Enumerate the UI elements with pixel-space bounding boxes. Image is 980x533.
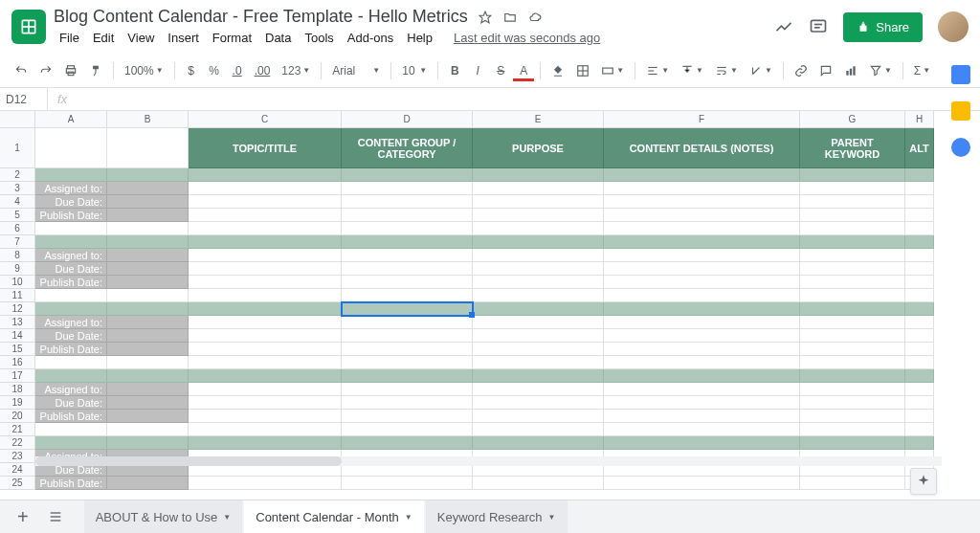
cell-B22[interactable] xyxy=(107,436,189,450)
row-header-3[interactable]: 3 xyxy=(0,182,35,195)
cell-C22[interactable] xyxy=(189,436,342,450)
cell-C6[interactable] xyxy=(189,222,342,235)
cell-C7[interactable] xyxy=(189,235,342,249)
cell-G9[interactable] xyxy=(800,262,905,276)
cell-H15[interactable] xyxy=(905,343,934,356)
cell-E3[interactable] xyxy=(473,182,604,195)
row-header-24[interactable]: 24 xyxy=(0,463,35,477)
cell-F15[interactable] xyxy=(604,343,800,356)
cell-G20[interactable] xyxy=(800,410,905,423)
cell-G11[interactable] xyxy=(800,289,905,302)
cell-E19[interactable] xyxy=(473,396,604,410)
cell-E15[interactable] xyxy=(473,343,604,356)
row-header-14[interactable]: 14 xyxy=(0,329,35,343)
column-header-H[interactable]: H xyxy=(905,111,934,128)
strikethrough-button[interactable]: S xyxy=(490,60,511,81)
cell-H17[interactable] xyxy=(905,369,934,383)
cell-C8[interactable] xyxy=(189,249,342,262)
cell-G15[interactable] xyxy=(800,343,905,356)
cell-A17[interactable] xyxy=(35,369,107,383)
cell-D19[interactable] xyxy=(342,396,473,410)
cell-B7[interactable] xyxy=(107,235,189,249)
menu-format[interactable]: Format xyxy=(207,29,257,47)
menu-insert[interactable]: Insert xyxy=(162,29,205,47)
cell-G10[interactable] xyxy=(800,276,905,289)
cell-A11[interactable] xyxy=(35,289,107,302)
percent-button[interactable]: % xyxy=(204,60,225,81)
cell-A5[interactable]: Publish Date: xyxy=(35,209,107,222)
print-button[interactable] xyxy=(59,60,82,81)
cell-C2[interactable] xyxy=(189,168,342,182)
cell-C5[interactable] xyxy=(189,209,342,222)
column-header-E[interactable]: E xyxy=(473,111,604,128)
cell-D11[interactable] xyxy=(342,289,473,302)
cell-E5[interactable] xyxy=(473,209,604,222)
cell-A8[interactable]: Assigned to: xyxy=(35,249,107,262)
sheet-tab[interactable]: ABOUT & How to Use▼ xyxy=(84,500,243,534)
cell-C18[interactable] xyxy=(189,383,342,396)
row-header-5[interactable]: 5 xyxy=(0,209,35,222)
cell-C16[interactable] xyxy=(189,356,342,369)
cell-D21[interactable] xyxy=(342,423,473,436)
row-header-22[interactable]: 22 xyxy=(0,436,35,450)
comments-icon[interactable] xyxy=(809,17,828,36)
cell-B19[interactable] xyxy=(107,396,189,410)
cell-G12[interactable] xyxy=(800,302,905,316)
cell-H20[interactable] xyxy=(905,410,934,423)
cell-C12[interactable] xyxy=(189,302,342,316)
cell-B16[interactable] xyxy=(107,356,189,369)
cell-G13[interactable] xyxy=(800,316,905,329)
cell-E12[interactable] xyxy=(473,302,604,316)
cell-E13[interactable] xyxy=(473,316,604,329)
comment-button[interactable] xyxy=(814,60,837,81)
cell-F8[interactable] xyxy=(604,249,800,262)
last-edit-link[interactable]: Last edit was seconds ago xyxy=(448,29,606,47)
valign-button[interactable]: ▼ xyxy=(676,60,708,81)
cell-G25[interactable] xyxy=(800,477,905,490)
all-sheets-button[interactable] xyxy=(40,505,71,528)
cell-G19[interactable] xyxy=(800,396,905,410)
cell-C10[interactable] xyxy=(189,276,342,289)
row-header-2[interactable]: 2 xyxy=(0,168,35,182)
text-color-button[interactable]: A xyxy=(513,60,534,81)
cell-G7[interactable] xyxy=(800,235,905,249)
cell-F1[interactable]: CONTENT DETAILS (NOTES) xyxy=(604,128,800,168)
cell-E16[interactable] xyxy=(473,356,604,369)
cell-E8[interactable] xyxy=(473,249,604,262)
cell-H7[interactable] xyxy=(905,235,934,249)
cell-D4[interactable] xyxy=(342,195,473,209)
sheet-tab[interactable]: Keyword Research▼ xyxy=(426,500,568,534)
cell-A15[interactable]: Publish Date: xyxy=(35,343,107,356)
halign-button[interactable]: ▼ xyxy=(641,60,674,81)
cell-H10[interactable] xyxy=(905,276,934,289)
cell-H14[interactable] xyxy=(905,329,934,343)
calendar-icon[interactable] xyxy=(951,65,970,84)
cell-F22[interactable] xyxy=(604,436,800,450)
cell-D7[interactable] xyxy=(342,235,473,249)
cell-C1[interactable]: TOPIC/TITLE xyxy=(189,128,342,168)
cell-H16[interactable] xyxy=(905,356,934,369)
menu-edit[interactable]: Edit xyxy=(87,29,120,47)
rotate-button[interactable]: ▼ xyxy=(745,60,777,81)
cell-B21[interactable] xyxy=(107,423,189,436)
horizontal-scrollbar[interactable] xyxy=(35,456,942,466)
cell-B2[interactable] xyxy=(107,168,189,182)
cell-E4[interactable] xyxy=(473,195,604,209)
cell-E10[interactable] xyxy=(473,276,604,289)
cell-E9[interactable] xyxy=(473,262,604,276)
cell-C21[interactable] xyxy=(189,423,342,436)
cell-C4[interactable] xyxy=(189,195,342,209)
cell-B11[interactable] xyxy=(107,289,189,302)
cell-F18[interactable] xyxy=(604,383,800,396)
wrap-button[interactable]: ▼ xyxy=(710,60,743,81)
row-header-10[interactable]: 10 xyxy=(0,276,35,289)
cell-D8[interactable] xyxy=(342,249,473,262)
activity-icon[interactable] xyxy=(774,17,793,36)
cell-F9[interactable] xyxy=(604,262,800,276)
cell-A3[interactable]: Assigned to: xyxy=(35,182,107,195)
row-header-23[interactable]: 23 xyxy=(0,450,35,463)
cell-F20[interactable] xyxy=(604,410,800,423)
cell-H18[interactable] xyxy=(905,383,934,396)
cell-H11[interactable] xyxy=(905,289,934,302)
cell-B4[interactable] xyxy=(107,195,189,209)
